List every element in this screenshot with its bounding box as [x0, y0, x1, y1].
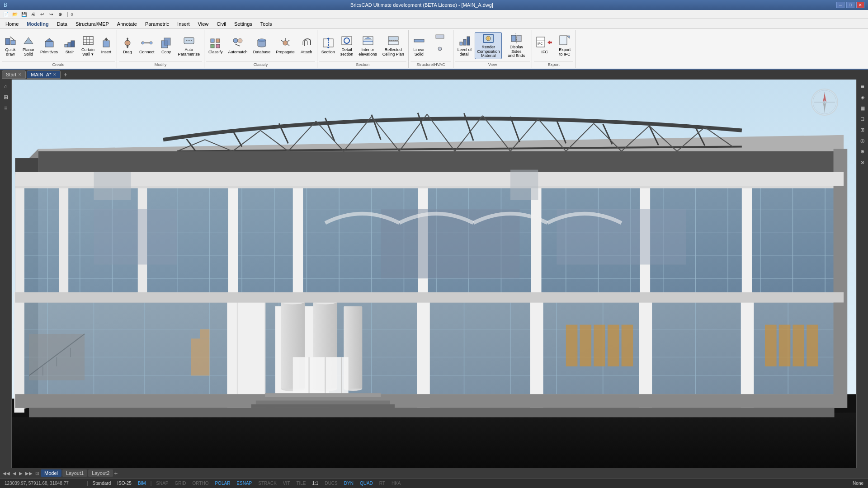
status-iso[interactable]: ISO-25	[115, 480, 133, 486]
svg-rect-155	[381, 209, 519, 279]
minimize-button[interactable]: ─	[836, 2, 844, 8]
rt-btn-2[interactable]: ◈	[858, 92, 868, 102]
menu-modeling[interactable]: Modeling	[23, 20, 52, 28]
drag-button[interactable]: Drag	[119, 32, 136, 59]
status-hka[interactable]: HKA	[390, 480, 403, 486]
menu-settings[interactable]: Settings	[231, 20, 256, 28]
snap-button[interactable]: ⊕	[56, 11, 64, 18]
save-file-button[interactable]: 💾	[20, 11, 28, 18]
menu-data[interactable]: Data	[53, 20, 71, 28]
model-tab[interactable]: Model	[41, 469, 61, 477]
redo-button[interactable]: ↪	[47, 11, 55, 18]
menu-parametric[interactable]: Parametric	[142, 20, 173, 28]
reflected-ceiling-button[interactable]: ReflectedCeiling Plan	[380, 32, 406, 59]
status-rt[interactable]: RT	[377, 480, 387, 486]
status-ducs[interactable]: DUCS	[323, 480, 339, 486]
section-label: Section	[321, 50, 335, 55]
layout2-tab[interactable]: Layout2	[88, 469, 113, 477]
nav-menu-button[interactable]: ⊡	[34, 471, 40, 476]
stair-button[interactable]: Stair	[61, 32, 78, 59]
rt-btn-5[interactable]: ⊞	[858, 125, 868, 135]
status-scale[interactable]: 1:1	[311, 480, 321, 486]
open-file-button[interactable]: 📂	[11, 11, 19, 18]
interior-elevations-button[interactable]: Interiorelevations	[356, 32, 379, 59]
rt-btn-6[interactable]: ◎	[858, 136, 868, 145]
tab-start[interactable]: Start ✕	[2, 70, 26, 79]
ifc-export-button[interactable]: IFC IFC	[534, 32, 555, 59]
primitives-button[interactable]: Primitives	[38, 32, 60, 59]
curtain-wall-button[interactable]: CurtainWall ▾	[79, 32, 97, 59]
propagate-button[interactable]: Propagate	[274, 32, 297, 59]
status-tile[interactable]: TILE	[294, 480, 307, 486]
menu-civil[interactable]: Civil	[213, 20, 230, 28]
status-polar[interactable]: POLAR	[213, 480, 232, 486]
nav-prev-button[interactable]: ◀	[12, 471, 17, 476]
attach-label: Attach	[301, 50, 312, 55]
status-none[interactable]: None	[851, 480, 865, 486]
rt-btn-4[interactable]: ⊟	[858, 114, 868, 124]
hvac-btn-1[interactable]	[429, 33, 451, 45]
classify-button[interactable]: Classify	[206, 32, 225, 59]
automatch-button[interactable]: Automatch	[226, 32, 250, 59]
planar-solid-button[interactable]: PlanarSolid	[20, 32, 37, 59]
tab-start-close[interactable]: ✕	[18, 72, 22, 77]
database-button[interactable]: Database	[251, 32, 273, 59]
copy-button[interactable]: Copy	[158, 32, 175, 59]
menu-view[interactable]: View	[194, 20, 212, 28]
maximize-button[interactable]: □	[846, 2, 854, 8]
home-view-button[interactable]: ⌂	[1, 81, 11, 91]
view-cube-button[interactable]: ⊞	[1, 92, 11, 102]
connect-button[interactable]: Connect	[137, 32, 157, 59]
menu-tools[interactable]: Tools	[257, 20, 276, 28]
rt-btn-3[interactable]: ▦	[858, 103, 868, 113]
rt-btn-8[interactable]: ⊗	[858, 157, 868, 167]
rt-btn-7[interactable]: ⊕	[858, 146, 868, 156]
window-controls[interactable]: ─ □ ✕	[836, 2, 864, 8]
tab-main[interactable]: MAIN_A* ✕	[27, 70, 61, 79]
layout1-tab[interactable]: Layout1	[62, 469, 87, 477]
undo-button[interactable]: ↩	[38, 11, 46, 18]
status-quad[interactable]: QUAD	[358, 480, 375, 486]
menu-annotate[interactable]: Annotate	[113, 20, 141, 28]
add-layout-button[interactable]: +	[114, 469, 118, 477]
render-composition-button[interactable]: Render CompositionMaterial	[475, 32, 502, 59]
print-button[interactable]: 🖨	[29, 11, 37, 18]
status-dyn[interactable]: DYN	[342, 480, 355, 486]
viewport-3d[interactable]	[12, 80, 856, 468]
attach-button[interactable]: Attach	[298, 32, 315, 59]
tab-main-close[interactable]: ✕	[53, 72, 57, 77]
auto-parametrize-button[interactable]: AutoParametrize	[176, 32, 203, 59]
display-sides-button[interactable]: Display Sidesand Ends	[503, 32, 530, 59]
export-to-ifc-button[interactable]: Exportto IFC	[556, 32, 573, 59]
svg-rect-51	[388, 37, 398, 40]
detail-section-button[interactable]: Detailsection	[338, 32, 356, 59]
nav-last-button[interactable]: ▶▶	[24, 471, 33, 476]
level-of-detail-icon	[458, 34, 471, 47]
status-strack[interactable]: STRACK	[256, 480, 278, 486]
new-tab-button[interactable]: +	[61, 71, 69, 78]
new-file-button[interactable]: 📄	[2, 11, 10, 18]
close-button[interactable]: ✕	[856, 2, 864, 8]
linear-solid-button[interactable]: LinearSolid	[410, 32, 428, 59]
status-vit[interactable]: VIT	[281, 480, 292, 486]
status-standard[interactable]: Standard	[91, 480, 113, 486]
status-esnap[interactable]: ESNAP	[235, 480, 254, 486]
svg-rect-194	[15, 394, 844, 408]
nav-first-button[interactable]: ◀◀	[2, 471, 11, 476]
quickdraw-button[interactable]: Quickdraw	[2, 32, 19, 59]
hvac-btn-2[interactable]	[429, 46, 451, 57]
menu-insert[interactable]: Insert	[174, 20, 193, 28]
status-bim[interactable]: BIM	[136, 480, 148, 486]
status-grid[interactable]: GRID	[173, 480, 188, 486]
section-button[interactable]: Section	[319, 32, 337, 59]
layers-button[interactable]: ≡	[1, 103, 11, 113]
status-snap-override[interactable]: SNAP	[154, 480, 170, 486]
insert-button[interactable]: Insert	[98, 32, 115, 59]
nav-next-button[interactable]: ▶	[18, 471, 24, 476]
status-ortho[interactable]: ORTHO	[191, 480, 211, 486]
menu-structural[interactable]: Structural/MEP	[72, 20, 113, 28]
display-sides-icon	[510, 33, 523, 44]
rt-btn-1[interactable]: ≡	[858, 81, 868, 91]
level-of-detail-button[interactable]: Level ofdetail	[455, 32, 474, 59]
menu-home[interactable]: Home	[2, 20, 22, 28]
